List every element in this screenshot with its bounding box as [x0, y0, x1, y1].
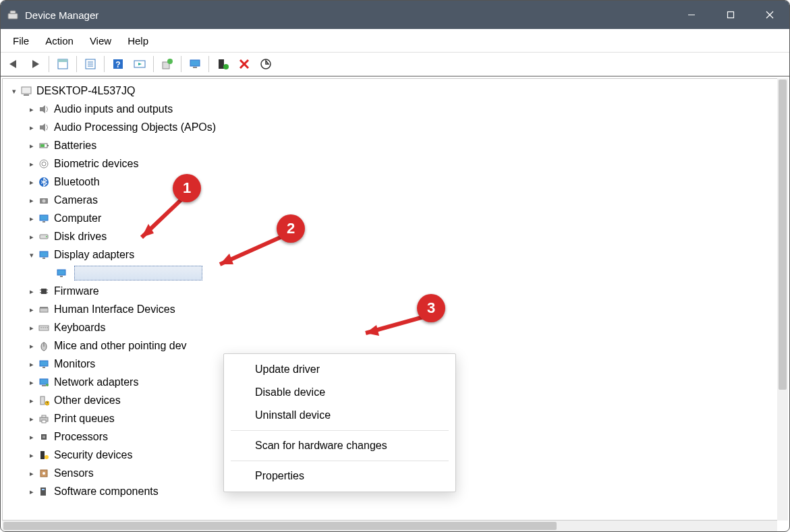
svg-rect-0 [8, 13, 18, 19]
selected-device-redacted[interactable] [74, 266, 202, 280]
monitor-icon [38, 212, 50, 225]
node-label: Human Interface Devices [54, 301, 175, 318]
svg-rect-29 [24, 94, 29, 96]
node-label: Keyboards [54, 319, 106, 336]
scan-changes-button[interactable] [256, 55, 276, 73]
svg-rect-79 [40, 487, 46, 496]
menu-file[interactable]: File [5, 32, 37, 49]
chevron-right-icon[interactable]: ▸ [26, 210, 38, 227]
tree-node-cameras[interactable]: ▸Cameras [5, 191, 787, 209]
tree-node-display-adapters[interactable]: ▾Display adapters [5, 245, 787, 264]
computer-icon [20, 85, 32, 97]
monitor-button[interactable] [185, 55, 205, 73]
svg-marker-30 [40, 105, 45, 113]
tree-node-mice[interactable]: ▸Mice and other pointing dev [5, 336, 787, 355]
chevron-right-icon[interactable]: ▸ [26, 337, 38, 355]
properties-button[interactable] [80, 55, 101, 73]
chevron-right-icon[interactable]: ▸ [26, 191, 38, 209]
chevron-right-icon[interactable]: ▸ [26, 301, 38, 318]
menu-help[interactable]: Help [119, 32, 157, 49]
chevron-right-icon[interactable]: ▸ [26, 155, 38, 173]
node-label: Computer [54, 210, 101, 227]
tree-node-computer[interactable]: ▸Computer [5, 209, 787, 227]
tree-node-firmware[interactable]: ▸Firmware [5, 282, 787, 300]
scan-hardware-button[interactable] [130, 55, 150, 73]
tree-node-hid[interactable]: ▸Human Interface Devices [5, 300, 787, 318]
node-label: Disk drives [54, 228, 107, 245]
menu-action[interactable]: Action [37, 32, 82, 49]
svg-rect-53 [40, 308, 48, 312]
back-button[interactable] [3, 55, 24, 73]
chevron-right-icon[interactable]: ▸ [26, 100, 38, 118]
node-label: Monitors [54, 355, 95, 373]
enable-device-button[interactable] [213, 55, 233, 73]
node-label: Biometric devices [54, 155, 138, 173]
menu-view[interactable]: View [82, 32, 119, 49]
svg-marker-17 [138, 63, 142, 65]
uninstall-device-button[interactable] [234, 55, 254, 73]
chevron-right-icon[interactable]: ▸ [26, 228, 38, 245]
show-hide-tree-button[interactable] [53, 55, 73, 73]
tree-node-bluetooth[interactable]: ▸Bluetooth [5, 173, 787, 191]
context-menu-disable-device[interactable]: Disable device [224, 381, 455, 404]
maximize-button[interactable] [711, 1, 750, 29]
chevron-right-icon[interactable]: ▸ [26, 355, 38, 373]
security-icon [38, 449, 50, 461]
chevron-right-icon[interactable]: ▸ [26, 283, 38, 300]
tree-node-biometric[interactable]: ▸Biometric devices [5, 154, 787, 173]
tree-root[interactable]: ▾ DESKTOP-4L537JQ [5, 82, 787, 100]
chevron-right-icon[interactable]: ▸ [26, 465, 38, 482]
tree-node-display-device-selected[interactable] [5, 264, 787, 282]
chevron-right-icon[interactable]: ▸ [26, 483, 38, 500]
update-driver-button[interactable] [157, 55, 177, 73]
node-label: Display adapters [54, 246, 134, 264]
chevron-down-icon[interactable]: ▾ [8, 82, 20, 100]
tree-root-label: DESKTOP-4L537JQ [36, 82, 135, 100]
software-icon [38, 485, 50, 498]
svg-rect-75 [40, 451, 45, 459]
tree-node-disk[interactable]: ▸Disk drives [5, 227, 787, 245]
chevron-right-icon[interactable]: ▸ [26, 428, 38, 446]
svg-rect-9 [58, 59, 67, 62]
chevron-right-icon[interactable]: ▸ [26, 137, 38, 154]
minimize-button[interactable] [672, 1, 711, 29]
chevron-right-icon[interactable]: ▸ [26, 410, 38, 427]
svg-rect-47 [60, 276, 63, 277]
window-title: Device Manager [25, 9, 98, 21]
svg-rect-64 [40, 379, 48, 384]
svg-rect-71 [42, 415, 46, 417]
chip-icon [38, 285, 50, 297]
chevron-right-icon[interactable]: ▸ [26, 374, 38, 391]
svg-point-76 [45, 455, 49, 459]
context-menu-update-driver[interactable]: Update driver [224, 358, 455, 381]
svg-point-59 [47, 327, 47, 328]
scrollbar-thumb[interactable] [779, 80, 787, 390]
svg-rect-62 [40, 361, 48, 366]
tree-node-apo[interactable]: ▸Audio Processing Objects (APOs) [5, 118, 787, 136]
chevron-right-icon[interactable]: ▸ [26, 446, 38, 464]
tree-node-batteries[interactable]: ▸Batteries [5, 136, 787, 154]
keyboard-icon [38, 322, 50, 334]
node-label: Cameras [54, 191, 98, 209]
node-label: Mice and other pointing dev [54, 337, 187, 355]
chevron-down-icon[interactable]: ▾ [26, 246, 38, 264]
monitor-icon [38, 358, 50, 370]
help-button[interactable]: ? [108, 55, 128, 73]
tree-node-keyboards[interactable]: ▸Keyboards [5, 318, 787, 336]
tree-node-audio-io[interactable]: ▸Audio inputs and outputs [5, 100, 787, 118]
chevron-right-icon[interactable]: ▸ [26, 119, 38, 136]
titlebar: Device Manager [1, 1, 789, 29]
context-menu-scan-hardware[interactable]: Scan for hardware changes [224, 434, 455, 457]
chevron-right-icon[interactable]: ▸ [26, 173, 38, 191]
scrollbar-thumb[interactable] [3, 522, 557, 530]
vertical-scrollbar[interactable] [777, 78, 788, 521]
forward-button[interactable] [25, 55, 45, 73]
chevron-right-icon[interactable]: ▸ [26, 392, 38, 409]
chevron-right-icon[interactable]: ▸ [26, 319, 38, 336]
camera-icon [38, 194, 50, 206]
horizontal-scrollbar[interactable] [2, 521, 777, 531]
close-button[interactable] [750, 1, 789, 29]
context-menu-uninstall-device[interactable]: Uninstall device [224, 404, 455, 427]
context-menu-properties[interactable]: Properties [224, 465, 455, 487]
node-label: Print queues [54, 410, 115, 427]
